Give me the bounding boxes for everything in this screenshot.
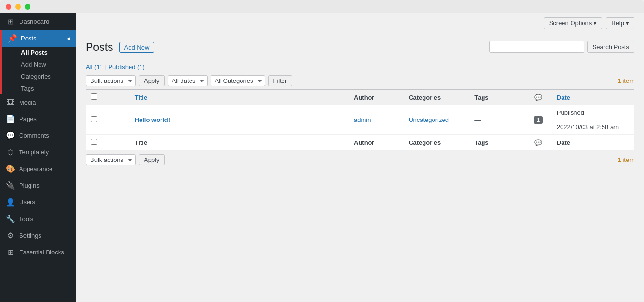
footer-title[interactable]: Title [130, 135, 349, 151]
sidebar-label-users: Users [19, 199, 35, 206]
header-date[interactable]: Date [552, 90, 634, 105]
content-area: Posts Add New Search Posts All (1) | Pub… [76, 33, 644, 176]
screen-options-button[interactable]: Screen Options ▾ [544, 17, 603, 29]
close-button[interactable] [6, 4, 11, 10]
row-tags: — [474, 116, 481, 123]
search-area: Search Posts [489, 41, 634, 53]
item-count-top: 1 item [618, 77, 634, 84]
filter-published-count: (1) [137, 63, 145, 70]
page-title: Posts [86, 41, 113, 54]
sidebar-item-tools[interactable]: 🔧 Tools [0, 211, 76, 227]
row-date-cell: Published 2022/10/03 at 2:58 am [552, 105, 634, 135]
apply-button-bottom[interactable]: Apply [139, 154, 165, 165]
filter-button[interactable]: Filter [268, 75, 292, 86]
comment-count-badge[interactable]: 1 [534, 116, 543, 124]
sidebar-item-categories[interactable]: Categories [2, 70, 76, 82]
posts-arrow-icon: ◀ [67, 36, 70, 41]
search-input[interactable] [489, 41, 584, 53]
templately-icon: ⬡ [6, 148, 15, 157]
appearance-icon: 🎨 [6, 164, 15, 173]
search-posts-button[interactable]: Search Posts [587, 41, 634, 53]
bulk-actions-select-bottom[interactable]: Bulk actions [86, 154, 136, 165]
bulk-actions-select-top[interactable]: Bulk actions [86, 75, 136, 86]
header-comments: 💬 [524, 90, 552, 105]
sidebar-item-appearance[interactable]: 🎨 Appearance [0, 161, 76, 177]
sidebar-item-essential-blocks[interactable]: ⊞ Essential Blocks [0, 244, 76, 261]
sidebar-item-comments[interactable]: 💬 Comments [0, 127, 76, 144]
help-button[interactable]: Help ▾ [606, 17, 634, 29]
sidebar-item-settings[interactable]: ⚙ Settings [0, 227, 76, 244]
posts-icon: 📌 [8, 34, 17, 43]
header-checkbox-cell [86, 90, 130, 105]
footer-tags: Tags [470, 135, 524, 151]
header-author: Author [349, 90, 404, 105]
filter-all-link[interactable]: All (1) [86, 63, 102, 70]
sidebar-item-all-posts[interactable]: All Posts [2, 47, 76, 59]
comment-footer-icon: 💬 [534, 139, 542, 146]
help-chevron-icon: ▾ [626, 20, 629, 27]
sidebar-label-templately: Templately [19, 149, 49, 156]
author-link[interactable]: admin [354, 116, 371, 123]
topbar: Screen Options ▾ Help ▾ [76, 13, 644, 33]
apply-button-top[interactable]: Apply [139, 75, 165, 86]
footer-checkbox-cell [86, 135, 130, 151]
sidebar-section-posts: 📌 Posts ◀ All Posts Add New Categories T… [0, 30, 76, 94]
posts-submenu: All Posts Add New Categories Tags [2, 47, 76, 94]
footer-categories: Categories [404, 135, 470, 151]
sidebar-label-posts: Posts [21, 35, 37, 42]
row-checkbox-cell [86, 105, 130, 135]
sidebar-item-add-new[interactable]: Add New [2, 59, 76, 70]
row-categories-cell: Uncategorized [404, 105, 470, 135]
row-comments-cell: 1 [524, 105, 552, 135]
media-icon: 🖼 [6, 98, 15, 107]
add-new-button[interactable]: Add New [119, 42, 155, 53]
sidebar-label-pages: Pages [19, 115, 37, 122]
sidebar-item-templately[interactable]: ⬡ Templately [0, 144, 76, 161]
maximize-button[interactable] [25, 4, 30, 10]
sidebar-item-tags[interactable]: Tags [2, 82, 76, 94]
filter-all-count: (1) [94, 63, 102, 70]
comments-icon: 💬 [6, 131, 15, 140]
sidebar-label-essential-blocks: Essential Blocks [19, 249, 64, 256]
table-header-row: Title Author Categories Tags 💬 Date [86, 90, 634, 105]
row-checkbox[interactable] [91, 116, 97, 122]
row-title-cell: Hello world! [130, 105, 349, 135]
header-categories: Categories [404, 90, 470, 105]
sidebar-label-tools: Tools [19, 215, 33, 222]
page-title-area: Posts Add New [86, 41, 154, 54]
footer-date[interactable]: Date [552, 135, 634, 151]
row-status: Published [557, 109, 629, 116]
table-body: Hello world! admin Uncategorized — 1 [86, 105, 634, 135]
screen-options-label: Screen Options [549, 20, 592, 27]
dates-select[interactable]: All dates [168, 75, 208, 86]
header-title[interactable]: Title [130, 90, 349, 105]
minimize-button[interactable] [15, 4, 21, 10]
footer-select-all-checkbox[interactable] [91, 139, 97, 145]
sidebar: ⊞ Dashboard 📌 Posts ◀ All Posts Add New … [0, 13, 76, 302]
row-date: 2022/10/03 at 2:58 am [557, 123, 629, 131]
filter-separator: | [104, 63, 106, 70]
select-all-checkbox[interactable] [91, 93, 97, 100]
sidebar-item-dashboard[interactable]: ⊞ Dashboard [0, 13, 76, 30]
filter-published-link[interactable]: Published (1) [108, 63, 145, 70]
posts-table: Title Author Categories Tags 💬 Date [86, 89, 634, 151]
category-link[interactable]: Uncategorized [409, 116, 449, 123]
page-header-row: Posts Add New Search Posts [86, 41, 634, 60]
post-title-link[interactable]: Hello world! [135, 116, 170, 123]
sidebar-item-media[interactable]: 🖼 Media [0, 94, 76, 111]
sidebar-label-dashboard: Dashboard [19, 18, 50, 25]
sidebar-item-users[interactable]: 👤 Users [0, 194, 76, 211]
categories-select[interactable]: All Categories [211, 75, 265, 86]
users-icon: 👤 [6, 198, 15, 207]
row-author-cell: admin [349, 105, 404, 135]
sidebar-item-plugins[interactable]: 🔌 Plugins [0, 177, 76, 194]
table-header: Title Author Categories Tags 💬 Date [86, 90, 634, 105]
sidebar-item-posts[interactable]: 📌 Posts ◀ [2, 30, 76, 47]
sidebar-label-appearance: Appearance [19, 165, 52, 172]
dashboard-icon: ⊞ [6, 17, 15, 26]
footer-author: Author [349, 135, 404, 151]
app-container: ⊞ Dashboard 📌 Posts ◀ All Posts Add New … [0, 13, 644, 302]
filter-links: All (1) | Published (1) [86, 63, 634, 70]
table-footer-row: Title Author Categories Tags 💬 Date [86, 135, 634, 151]
sidebar-item-pages[interactable]: 📄 Pages [0, 111, 76, 127]
